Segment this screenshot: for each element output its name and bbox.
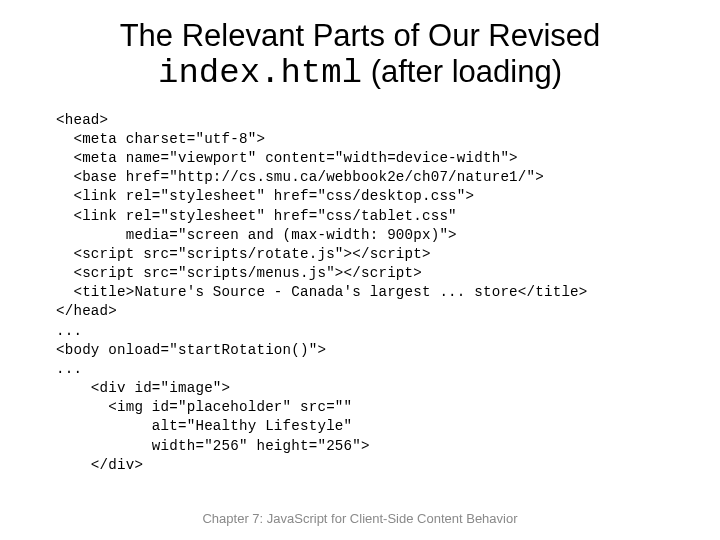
slide-title: The Relevant Parts of Our Revised index.… [50, 18, 670, 93]
slide-footer: Chapter 7: JavaScript for Client-Side Co… [0, 511, 720, 526]
title-line1: The Relevant Parts of Our Revised [120, 18, 601, 53]
slide: The Relevant Parts of Our Revised index.… [0, 0, 720, 475]
title-rest: (after loading) [362, 54, 562, 89]
code-block: <head> <meta charset="utf-8"> <meta name… [56, 111, 670, 475]
title-mono: index.html [158, 54, 362, 92]
